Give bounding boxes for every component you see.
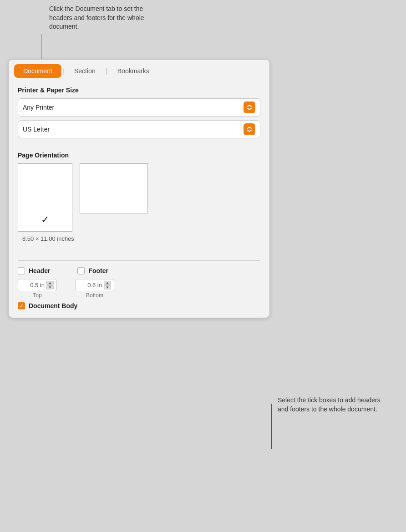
footer-input-value: 0.6 in [78,282,102,289]
divider-2 [18,260,260,261]
orientation-landscape[interactable] [80,163,148,213]
document-body-checkbox[interactable] [18,302,25,309]
paper-dropdown-value: US Letter [23,126,50,133]
tab-divider-1: | [62,67,64,75]
header-footer-section: Header Footer 0.5 in ▲ ▼ [18,267,260,309]
annotation-right: Select the tick boxes to add headers and… [278,396,382,414]
footer-label: Footer [88,267,108,274]
tab-bookmarks[interactable]: Bookmarks [108,64,158,78]
portrait-icon: ✓ [18,163,72,232]
landscape-icon [80,163,148,213]
orientation-section: Page Orientation ✓ 8.50 × 11.00 inches [18,152,260,242]
footer-stepper-down[interactable]: ▼ [104,285,111,289]
printer-dropdown[interactable]: Any Printer [18,98,260,117]
footer-stepper[interactable]: ▲ ▼ [104,281,111,289]
hf-checkbox-row: Header Footer [18,267,260,274]
paper-dropdown-arrow[interactable] [244,123,255,135]
panel-content: Printer & Paper Size Any Printer US Lett… [9,78,269,318]
portrait-check: ✓ [41,214,49,226]
header-stepper-down[interactable]: ▼ [46,285,54,289]
tab-document[interactable]: Document [14,64,61,78]
printer-dropdown-arrow[interactable] [244,101,255,113]
hf-input-row: 0.5 in ▲ ▼ Top 0.6 in ▲ ▼ [18,279,260,299]
header-stepper[interactable]: ▲ ▼ [46,281,54,289]
paper-dropdown[interactable]: US Letter [18,120,260,138]
tab-divider-2: | [106,67,107,75]
header-checkbox[interactable] [18,267,25,274]
orientation-options: ✓ [18,163,260,232]
footer-input-wrapper: 0.6 in ▲ ▼ [75,279,114,291]
header-item: Header [18,267,50,274]
header-stepper-up[interactable]: ▲ [46,281,54,285]
tab-bar: Document | Section | Bookmarks [9,60,269,78]
orientation-portrait[interactable]: ✓ [18,163,72,232]
header-input-value: 0.5 in [21,282,45,289]
printer-dropdown-value: Any Printer [23,104,54,111]
page-size-label: 8.50 × 11.00 inches [18,235,260,242]
tab-section[interactable]: Section [65,64,105,78]
callout-line-right [271,404,272,449]
divider-1 [18,145,260,145]
header-input-wrapper: 0.5 in ▲ ▼ [18,279,57,291]
printer-paper-size-label: Printer & Paper Size [18,86,260,94]
header-sublabel: Top [33,292,41,299]
orientation-label: Page Orientation [18,152,260,159]
footer-sublabel: Bottom [86,292,103,299]
inspector-panel: Document | Section | Bookmarks Printer &… [8,59,270,318]
document-body-row: Document Body [18,302,260,309]
header-label: Header [29,267,50,274]
footer-stepper-up[interactable]: ▲ [104,281,111,285]
annotation-top: Click the Document tab to set the header… [49,5,163,31]
footer-item: Footer [77,267,108,274]
document-body-label: Document Body [29,302,77,309]
footer-input-group: 0.6 in ▲ ▼ Bottom [75,279,114,299]
header-input-group: 0.5 in ▲ ▼ Top [18,279,57,299]
footer-checkbox[interactable] [77,267,85,274]
